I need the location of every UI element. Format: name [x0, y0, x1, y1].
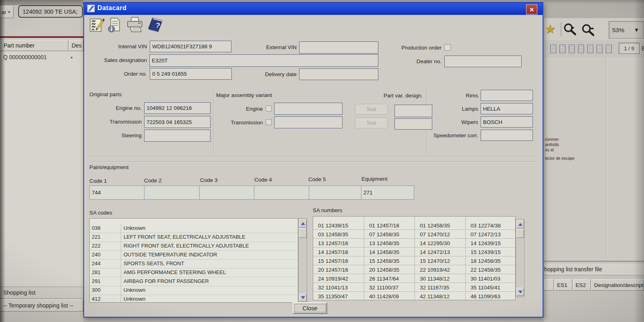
sa-code-row[interactable]: 300Unknown	[90, 286, 298, 295]
major-engine-checkbox[interactable]	[266, 105, 272, 111]
code3-field[interactable]	[199, 186, 254, 200]
sales-designation-field[interactable]: E320T	[149, 54, 378, 67]
partial-letter: B	[642, 45, 644, 52]
scrollbar-thumb[interactable]	[516, 229, 524, 238]
scroll-down-icon[interactable]	[299, 293, 307, 301]
rims-field[interactable]	[481, 90, 533, 101]
sa-code: 222	[90, 242, 121, 250]
scroll-up-icon[interactable]	[516, 220, 524, 228]
sa-code-row[interactable]: 244SPORTS SEATS, FRONT	[90, 259, 298, 268]
internal-vin-field[interactable]: WDB1240921F327188 9	[150, 41, 231, 52]
dialog-close-button[interactable]: Close	[293, 302, 327, 314]
sa-code-row[interactable]: 412Unknown	[90, 295, 298, 303]
code1-field[interactable]: 744	[89, 186, 144, 200]
page-thumb-icon-6[interactable]	[597, 45, 603, 53]
sa-number: 07 12470/12	[415, 230, 465, 239]
equipment-field[interactable]: 271	[361, 186, 414, 200]
scroll-down-icon[interactable]	[516, 288, 524, 296]
close-button[interactable]: ✕	[526, 4, 537, 14]
toolbar-divider	[561, 22, 561, 37]
annotation-line: anifolds	[545, 142, 559, 147]
sa-codes-scrollbar[interactable]	[298, 218, 307, 303]
original-parts-title: Original parts	[89, 91, 122, 97]
page-thumb-icon-3[interactable]	[569, 45, 575, 53]
column-header-es1[interactable]: ES1	[554, 279, 572, 291]
combo-arrow-icon: ▼	[8, 10, 11, 14]
column-header-part-number-label: Part number	[4, 42, 35, 49]
sa-number: 07 12472/13	[466, 230, 516, 239]
page-thumb-icon-5[interactable]	[587, 45, 593, 53]
sa-code-row[interactable]: 222RIGHT FRONT SEAT, ELECTRICALLY ADJUST…	[90, 242, 298, 251]
dialog-title-text: Datacard	[97, 4, 126, 11]
speedometer-corr-field[interactable]	[481, 130, 533, 141]
engine-no-label: Engine no.	[89, 105, 142, 111]
page-thumb-icon-1[interactable]	[550, 45, 556, 53]
sa-numbers-scrollbar[interactable]	[516, 219, 524, 297]
help-book-icon[interactable]: ?	[146, 17, 164, 33]
page-thumb-icon-2[interactable]	[559, 45, 566, 53]
column-header-es2[interactable]: ES2	[573, 279, 591, 291]
delivery-date-label: Delivery date	[242, 71, 297, 77]
zoom-level-dropdown[interactable]: 53% ▼	[609, 21, 644, 39]
zoom-in-icon[interactable]	[563, 23, 577, 37]
sa-code: 036	[90, 224, 121, 233]
wipers-label: Wipers	[411, 119, 478, 125]
column-header-part-number[interactable]: Part number	[0, 40, 68, 51]
lamps-value: HELLA	[483, 106, 500, 112]
zoom-dropdown-arrow-icon: ▼	[634, 27, 639, 33]
sa-number: 01 12458/35	[415, 221, 465, 230]
wipers-field[interactable]: BOSCH	[481, 116, 533, 128]
scrollbar-thumb[interactable]	[299, 228, 307, 238]
code4-field[interactable]	[254, 186, 309, 200]
zoom-out-icon[interactable]	[581, 24, 595, 37]
sa-description: LEFT FRONT SEAT, ELECTRICALLY ADJUSTABLE	[121, 233, 298, 242]
steering-field[interactable]	[144, 130, 211, 142]
page-thumb-icon-4[interactable]	[578, 45, 584, 53]
sa-code-row[interactable]: 291AIRBAG FOR FRONT PASSENGER	[90, 277, 298, 286]
transmission-text-button[interactable]: Text	[355, 118, 388, 128]
sa-number: 15 12457/16	[313, 257, 364, 265]
star-icon[interactable]: ★	[545, 22, 555, 36]
order-no-value: 0 5 249 01655	[152, 71, 187, 77]
production-order-checkbox[interactable]	[444, 44, 451, 51]
dealer-no-field[interactable]	[444, 56, 522, 67]
sa-code: 300	[90, 286, 121, 295]
sa-code-row[interactable]: 281AMG PERFORMANCE STEERING WHEEL	[90, 268, 298, 277]
datacard-list-icon[interactable]	[89, 16, 105, 33]
sa-code: 244	[90, 259, 121, 268]
print-icon[interactable]	[126, 17, 144, 33]
dialog-title: Datacard	[97, 4, 126, 12]
model-selector-combo[interactable]: ar ▼	[0, 6, 14, 18]
temporary-shopping-list-bar[interactable]: -- Temporary shopping list --	[0, 299, 83, 312]
sa-code: 412	[90, 295, 121, 303]
shopping-list-bar[interactable]: Shopping list	[0, 287, 83, 299]
dialog-title-bar[interactable]	[84, 3, 543, 15]
info-document-icon[interactable]	[107, 17, 121, 33]
external-vin-field[interactable]	[299, 41, 378, 54]
transmission-no-field[interactable]: 722503 04 165325	[144, 116, 211, 128]
column-header-designation[interactable]: Designation/descript	[591, 279, 644, 291]
engine-text-button[interactable]: Text	[355, 104, 388, 115]
major-transmission-checkbox[interactable]	[266, 119, 272, 125]
sa-description: SPORTS SEATS, FRONT	[121, 259, 298, 268]
order-no-field[interactable]: 0 5 249 01655	[150, 68, 232, 80]
equipment-value: 271	[363, 190, 373, 196]
transfer-file-bar[interactable]: hopping list transfer file	[544, 264, 644, 275]
order-no-label: Order no.	[80, 71, 147, 77]
delivery-date-field[interactable]	[299, 68, 378, 80]
major-transmission-field[interactable]	[274, 116, 343, 128]
lamps-field[interactable]: HELLA	[481, 103, 533, 114]
sa-number: 14 12458/35	[364, 248, 415, 256]
code5-field[interactable]	[309, 186, 362, 200]
part-context-field[interactable]: 124092 300 TE USA;	[18, 5, 83, 18]
sa-code-row[interactable]: 221LEFT FRONT SEAT, ELECTRICALLY ADJUSTA…	[90, 233, 298, 242]
page-indicator-box[interactable]: 1 / 9	[619, 43, 640, 54]
parts-list-row[interactable]: Q 000000000001	[3, 54, 47, 60]
sa-code-row[interactable]: 036Unknown	[90, 224, 298, 233]
code2-field[interactable]	[144, 186, 200, 200]
sa-code-row[interactable]: 240OUTSIDE TEMPERATURE INDICATOR	[90, 250, 298, 260]
page-thumb-icon-7[interactable]	[606, 45, 612, 53]
engine-no-field[interactable]: 104992 12 096216	[144, 102, 211, 114]
scroll-up-icon[interactable]	[299, 219, 307, 227]
major-engine-field[interactable]	[274, 103, 343, 115]
